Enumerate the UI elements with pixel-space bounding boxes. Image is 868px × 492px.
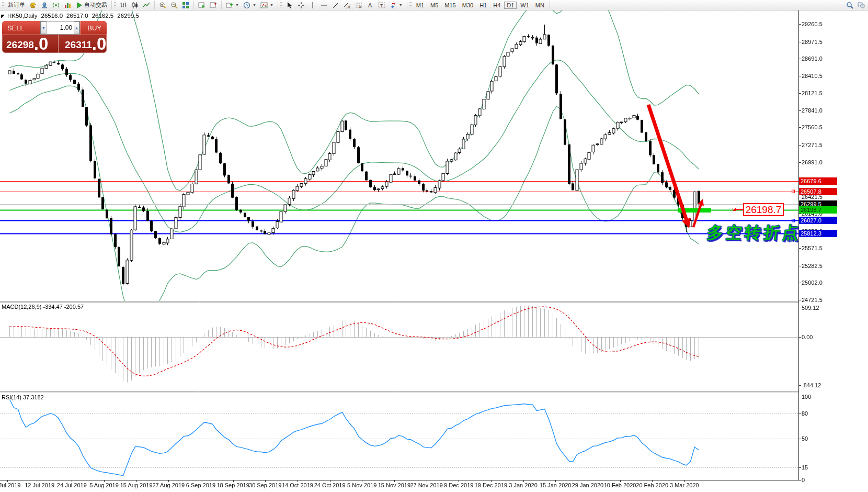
axis-label: 15 <box>802 464 808 471</box>
date-label: 5 Aug 2019 <box>89 482 119 488</box>
svg-text:A: A <box>368 2 372 8</box>
timeframe-button-h4[interactable]: H4 <box>490 2 503 9</box>
layouts-icon[interactable] <box>27 1 39 9</box>
date-label: 20 Feb 2020 <box>636 482 668 488</box>
support-icon[interactable] <box>39 1 50 9</box>
axis-label: 25002.0 <box>802 279 823 286</box>
sell-price[interactable]: 26298.0 <box>2 35 59 53</box>
buy-price-big: .0 <box>92 36 107 52</box>
axis-label: 27271.5 <box>802 142 823 148</box>
toolbar: 新订单 自动交易 <box>0 0 868 10</box>
axis-label: -844.12 <box>802 382 821 388</box>
volume-up-button[interactable]: ▲ <box>74 21 79 34</box>
svg-text:F: F <box>359 6 361 9</box>
date-label: 3 Jul 2019 <box>0 482 20 488</box>
timeframe-button-mn[interactable]: MN <box>533 2 547 9</box>
auto-arrange-icon[interactable] <box>196 1 208 9</box>
toolbar-group-trading: 新订单 自动交易 <box>0 1 112 9</box>
candlestick-chart-icon[interactable] <box>129 1 141 9</box>
date-label: 19 Dec 2019 <box>475 482 507 488</box>
text-label-icon[interactable]: T <box>376 1 387 9</box>
sell-button[interactable]: SELL <box>2 21 40 35</box>
axis-label: 28971.5 <box>802 39 823 45</box>
timeframe-button-w1[interactable]: W1 <box>518 2 532 9</box>
zoom-out-icon[interactable] <box>168 1 180 9</box>
toolbar-group-zoom <box>155 1 194 9</box>
trendline-icon[interactable] <box>330 1 341 9</box>
rsi-label: RSI(14) 37.3182 <box>2 394 44 400</box>
axis-label: 24721.5 <box>802 297 823 303</box>
arrows-icon[interactable]: ▼ <box>387 1 405 9</box>
chat-icon[interactable] <box>858 2 865 9</box>
trade-buttons-row: SELL ▼ ▲ BUY <box>2 21 107 35</box>
volume-input[interactable] <box>47 21 74 34</box>
timeframe-button-m1[interactable]: M1 <box>414 2 427 9</box>
date-label: 5 Nov 2019 <box>347 482 376 488</box>
toolbar-right <box>846 2 868 9</box>
search-icon[interactable] <box>846 2 853 9</box>
text-icon[interactable]: A <box>364 1 376 9</box>
sell-price-main: 26298 <box>6 38 34 52</box>
date-label: 3 Mar 2020 <box>670 482 699 488</box>
axis-label: 25282.5 <box>802 263 823 269</box>
vertical-line-icon[interactable] <box>307 1 318 9</box>
one-click-trading-widget: SELL ▼ ▲ BUY 26298.0 26311.0 <box>2 21 107 53</box>
low-value: 26162.5 <box>92 13 114 19</box>
bar-chart-icon[interactable] <box>118 1 129 9</box>
toolbar-grip[interactable] <box>2 2 4 8</box>
volume-down-button[interactable]: ▼ <box>41 21 47 34</box>
svg-text:T: T <box>380 3 383 8</box>
high-value: 26517.0 <box>66 13 88 19</box>
chart-canvas[interactable] <box>0 0 868 492</box>
indicators-icon[interactable]: ▼ <box>224 1 241 9</box>
date-label: 15 Jan 2020 <box>540 482 572 488</box>
signals-icon[interactable] <box>50 1 62 9</box>
macd-label: MACD(12,26,9) -334.47 -200.57 <box>2 304 84 310</box>
toolbar-grip[interactable] <box>409 2 412 8</box>
date-label: 29 Jan 2020 <box>572 482 604 488</box>
channel-icon[interactable]: E <box>341 1 353 9</box>
fibonacci-icon[interactable]: F <box>353 1 364 9</box>
date-label: 14 Oct 2019 <box>282 482 313 488</box>
axis-label: 100 <box>802 394 811 400</box>
date-label: 9 Dec 2019 <box>444 482 473 488</box>
turning-point-annotation[interactable]: 多空转折点 <box>706 222 802 244</box>
date-label: 3 Jan 2020 <box>509 482 537 488</box>
templates-icon[interactable]: ▼ <box>258 1 276 9</box>
svg-text:E: E <box>348 6 350 9</box>
timeframe-button-d1[interactable]: D1 <box>504 2 517 9</box>
price-badge: 25812.3 <box>799 230 837 237</box>
market-icon[interactable] <box>62 1 73 9</box>
date-label: 18 Sep 2019 <box>216 482 249 488</box>
toolbar-group-studies: ▼ ▼ ▼ <box>222 1 278 9</box>
cursor-icon[interactable] <box>284 1 295 9</box>
volume-control: ▼ ▲ <box>40 21 80 35</box>
price-flag-annotation[interactable]: 26198.7 <box>743 203 784 216</box>
funnel-icon <box>29 2 37 9</box>
buy-price[interactable]: 26311.0 <box>59 35 107 53</box>
zoom-in-icon[interactable] <box>157 1 168 9</box>
toolbar-grip[interactable] <box>280 2 282 8</box>
timeframe-button-m5[interactable]: M5 <box>428 2 441 9</box>
date-label: 24 Jul 2019 <box>57 482 87 488</box>
timeframe-button-m15[interactable]: M15 <box>442 2 458 9</box>
horizontal-line-icon[interactable] <box>318 1 330 9</box>
date-label: 15 Nov 2019 <box>378 482 410 488</box>
timeframe-button-m30[interactable]: M30 <box>460 2 476 9</box>
price-badge: 26027.0 <box>799 217 837 224</box>
date-label: 6 Sep 2019 <box>186 482 215 488</box>
crosshair-icon[interactable] <box>295 1 307 9</box>
auto-trading-button[interactable]: 自动交易 <box>73 1 109 9</box>
timeframe-button-h1[interactable]: H1 <box>477 2 489 9</box>
buy-button[interactable]: BUY <box>80 21 107 35</box>
date-label: 10 Feb 2020 <box>604 482 636 488</box>
new-order-button[interactable]: 新订单 <box>6 1 27 9</box>
chart-title: HK50,Daily26516.026517.026162.526299.5 <box>7 13 143 19</box>
chart-marker-icon <box>1 15 5 18</box>
tile-windows-icon[interactable] <box>180 1 191 9</box>
line-chart-icon[interactable] <box>141 1 152 9</box>
date-label: 30 Sep 2019 <box>249 482 281 488</box>
toolbar-grip[interactable] <box>114 2 116 8</box>
chart-shift-icon[interactable] <box>208 1 219 9</box>
periods-icon[interactable]: ▼ <box>241 1 258 9</box>
